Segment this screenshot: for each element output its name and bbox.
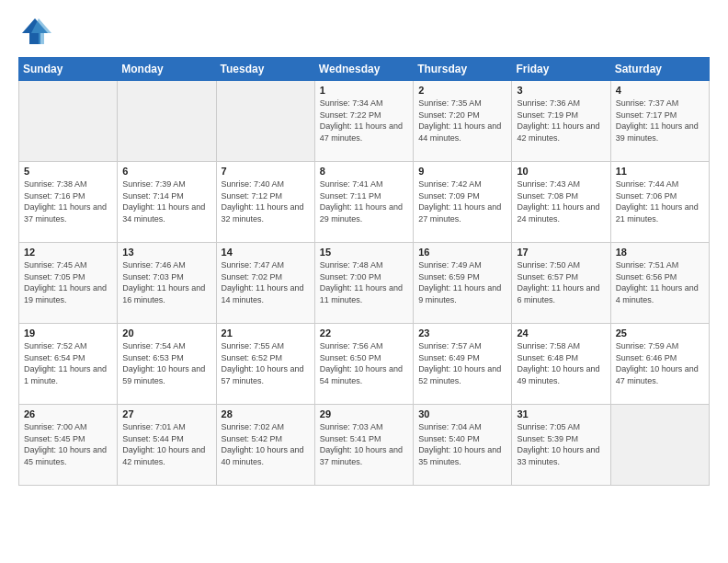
logo [18,15,55,48]
calendar-cell: 28Sunrise: 7:02 AMSunset: 5:42 PMDayligh… [216,405,314,486]
day-info: Sunrise: 7:00 AMSunset: 5:45 PMDaylight:… [24,421,112,467]
day-number: 16 [418,247,506,258]
calendar-cell: 16Sunrise: 7:49 AMSunset: 6:59 PMDayligh… [414,243,512,324]
day-info: Sunrise: 7:47 AMSunset: 7:02 PMDaylight:… [222,259,310,305]
calendar-cell: 20Sunrise: 7:54 AMSunset: 6:53 PMDayligh… [118,324,216,405]
day-info: Sunrise: 7:59 AMSunset: 6:46 PMDaylight:… [616,340,704,386]
weekday-header: Thursday [414,58,512,81]
weekday-header: Monday [118,58,216,81]
calendar-cell [610,405,709,486]
weekday-header: Sunday [19,58,118,81]
weekday-header: Tuesday [216,58,314,81]
day-info: Sunrise: 7:37 AMSunset: 7:17 PMDaylight:… [616,98,704,144]
calendar-week-row: 12Sunrise: 7:45 AMSunset: 7:05 PMDayligh… [19,243,710,324]
day-number: 24 [517,327,605,339]
calendar-week-row: 5Sunrise: 7:38 AMSunset: 7:16 PMDaylight… [19,162,710,243]
day-number: 28 [222,408,310,419]
calendar-week-row: 1Sunrise: 7:34 AMSunset: 7:22 PMDaylight… [19,81,710,162]
day-info: Sunrise: 7:50 AMSunset: 6:57 PMDaylight:… [517,259,605,305]
calendar-cell: 29Sunrise: 7:03 AMSunset: 5:41 PMDayligh… [314,405,413,486]
day-info: Sunrise: 7:01 AMSunset: 5:44 PMDaylight:… [122,421,210,467]
day-number: 26 [24,408,112,419]
day-info: Sunrise: 7:39 AMSunset: 7:14 PMDaylight:… [122,178,210,224]
day-number: 27 [122,408,210,419]
day-info: Sunrise: 7:54 AMSunset: 6:53 PMDaylight:… [122,340,210,386]
day-number: 2 [418,85,506,96]
day-number: 17 [517,247,605,258]
day-info: Sunrise: 7:38 AMSunset: 7:16 PMDaylight:… [24,178,112,224]
weekday-header: Wednesday [314,58,413,81]
calendar-cell: 9Sunrise: 7:42 AMSunset: 7:09 PMDaylight… [414,162,512,243]
calendar-cell: 13Sunrise: 7:46 AMSunset: 7:03 PMDayligh… [118,243,216,324]
calendar-cell: 11Sunrise: 7:44 AMSunset: 7:06 PMDayligh… [610,162,709,243]
calendar-cell: 7Sunrise: 7:40 AMSunset: 7:12 PMDaylight… [216,162,314,243]
day-number: 31 [517,408,605,419]
day-info: Sunrise: 7:40 AMSunset: 7:12 PMDaylight:… [222,178,310,224]
calendar-cell: 21Sunrise: 7:55 AMSunset: 6:52 PMDayligh… [216,324,314,405]
day-number: 4 [616,85,704,96]
day-number: 20 [122,327,210,339]
calendar-cell: 25Sunrise: 7:59 AMSunset: 6:46 PMDayligh… [610,324,709,405]
day-info: Sunrise: 7:04 AMSunset: 5:40 PMDaylight:… [418,421,506,467]
day-info: Sunrise: 7:44 AMSunset: 7:06 PMDaylight:… [616,178,704,224]
day-number: 3 [517,85,605,96]
day-info: Sunrise: 7:41 AMSunset: 7:11 PMDaylight:… [320,178,408,224]
day-number: 11 [616,166,704,177]
calendar-cell: 26Sunrise: 7:00 AMSunset: 5:45 PMDayligh… [19,405,118,486]
day-number: 10 [517,166,605,177]
calendar-cell: 6Sunrise: 7:39 AMSunset: 7:14 PMDaylight… [118,162,216,243]
day-info: Sunrise: 7:52 AMSunset: 6:54 PMDaylight:… [24,340,112,386]
calendar-cell: 12Sunrise: 7:45 AMSunset: 7:05 PMDayligh… [19,243,118,324]
calendar-cell: 1Sunrise: 7:34 AMSunset: 7:22 PMDaylight… [314,81,413,162]
calendar-cell: 3Sunrise: 7:36 AMSunset: 7:19 PMDaylight… [512,81,610,162]
day-info: Sunrise: 7:35 AMSunset: 7:20 PMDaylight:… [418,98,506,144]
day-info: Sunrise: 7:49 AMSunset: 6:59 PMDaylight:… [418,259,506,305]
day-info: Sunrise: 7:51 AMSunset: 6:56 PMDaylight:… [616,259,704,305]
day-info: Sunrise: 7:45 AMSunset: 7:05 PMDaylight:… [24,259,112,305]
calendar-cell [216,81,314,162]
calendar-cell: 15Sunrise: 7:48 AMSunset: 7:00 PMDayligh… [314,243,413,324]
logo-icon [18,15,51,48]
day-number: 14 [222,247,310,258]
day-info: Sunrise: 7:34 AMSunset: 7:22 PMDaylight:… [320,98,408,144]
calendar-cell: 18Sunrise: 7:51 AMSunset: 6:56 PMDayligh… [610,243,709,324]
header [18,15,710,48]
day-number: 25 [616,327,704,339]
calendar-week-row: 26Sunrise: 7:00 AMSunset: 5:45 PMDayligh… [19,405,710,486]
calendar-cell: 23Sunrise: 7:57 AMSunset: 6:49 PMDayligh… [414,324,512,405]
day-info: Sunrise: 7:43 AMSunset: 7:08 PMDaylight:… [517,178,605,224]
day-number: 13 [122,247,210,258]
calendar-cell: 4Sunrise: 7:37 AMSunset: 7:17 PMDaylight… [610,81,709,162]
day-number: 5 [24,166,112,177]
day-info: Sunrise: 7:02 AMSunset: 5:42 PMDaylight:… [222,421,310,467]
day-number: 15 [320,247,408,258]
day-number: 9 [418,166,506,177]
day-number: 30 [418,408,506,419]
weekday-header: Saturday [610,58,709,81]
day-number: 8 [320,166,408,177]
day-number: 18 [616,247,704,258]
day-info: Sunrise: 7:55 AMSunset: 6:52 PMDaylight:… [222,340,310,386]
calendar-cell [19,81,118,162]
calendar-cell: 24Sunrise: 7:58 AMSunset: 6:48 PMDayligh… [512,324,610,405]
weekday-header-row: SundayMondayTuesdayWednesdayThursdayFrid… [19,58,710,81]
day-number: 1 [320,85,408,96]
calendar-cell: 14Sunrise: 7:47 AMSunset: 7:02 PMDayligh… [216,243,314,324]
calendar-cell: 31Sunrise: 7:05 AMSunset: 5:39 PMDayligh… [512,405,610,486]
day-number: 29 [320,408,408,419]
calendar-table: SundayMondayTuesdayWednesdayThursdayFrid… [18,57,710,486]
calendar-cell: 17Sunrise: 7:50 AMSunset: 6:57 PMDayligh… [512,243,610,324]
day-info: Sunrise: 7:36 AMSunset: 7:19 PMDaylight:… [517,98,605,144]
calendar-cell: 30Sunrise: 7:04 AMSunset: 5:40 PMDayligh… [414,405,512,486]
calendar-cell: 8Sunrise: 7:41 AMSunset: 7:11 PMDaylight… [314,162,413,243]
calendar-cell [118,81,216,162]
day-info: Sunrise: 7:42 AMSunset: 7:09 PMDaylight:… [418,178,506,224]
day-info: Sunrise: 7:57 AMSunset: 6:49 PMDaylight:… [418,340,506,386]
day-info: Sunrise: 7:46 AMSunset: 7:03 PMDaylight:… [122,259,210,305]
day-info: Sunrise: 7:58 AMSunset: 6:48 PMDaylight:… [517,340,605,386]
day-number: 19 [24,327,112,339]
calendar-cell: 5Sunrise: 7:38 AMSunset: 7:16 PMDaylight… [19,162,118,243]
day-number: 22 [320,327,408,339]
day-info: Sunrise: 7:48 AMSunset: 7:00 PMDaylight:… [320,259,408,305]
calendar-cell: 2Sunrise: 7:35 AMSunset: 7:20 PMDaylight… [414,81,512,162]
